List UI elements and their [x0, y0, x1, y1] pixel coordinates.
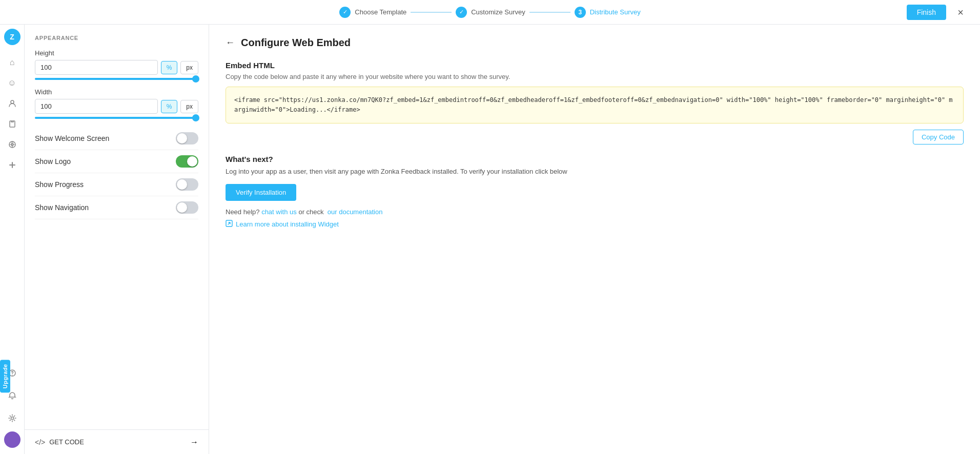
main-layout: Z ⌂ ☺ Upgrade — [0, 25, 980, 454]
learn-more-link[interactable]: Learn more about installing Widget — [226, 220, 964, 229]
get-code-arrow: → — [190, 438, 198, 447]
chat-with-us-link[interactable]: chat with us — [261, 208, 297, 216]
back-button[interactable]: ← — [226, 37, 235, 48]
height-slider-fill — [35, 78, 198, 80]
height-field-group: Height % px — [35, 49, 198, 80]
height-input[interactable] — [35, 60, 158, 75]
nav-item-home[interactable]: ⌂ — [3, 53, 22, 72]
step-check-icon-2: ✓ — [456, 7, 467, 18]
svg-point-6 — [11, 417, 13, 420]
whats-next-desc: Log into your app as a user, then visit … — [226, 167, 964, 177]
help-text: Need help? chat with us or check our doc… — [226, 208, 964, 216]
toggle-knob-navigation — [177, 202, 187, 213]
toggle-label-logo: Show Logo — [35, 157, 71, 166]
width-label: Width — [35, 88, 198, 96]
height-input-row: % px — [35, 60, 198, 75]
width-input[interactable] — [35, 99, 158, 114]
toggle-logo[interactable] — [176, 155, 198, 168]
toggle-row-progress: Show Progress — [35, 173, 198, 196]
step-check-icon-1: ✓ — [339, 7, 351, 18]
toggle-row-logo: Show Logo — [35, 150, 198, 173]
width-slider-fill — [35, 117, 198, 119]
step-num-icon-3: 3 — [575, 7, 586, 18]
toggle-progress[interactable] — [176, 178, 198, 191]
nav-item-network[interactable] — [3, 135, 22, 154]
step-line-2 — [529, 12, 570, 13]
appearance-panel: APPEARANCE Height % px Width — [25, 25, 209, 429]
toggle-welcome-screen[interactable] — [176, 132, 198, 145]
nav-item-user[interactable] — [3, 94, 22, 113]
embed-html-section: Embed HTML Copy the code below and paste… — [226, 61, 964, 145]
whats-next-section: What's next? Log into your app as a user… — [226, 155, 964, 229]
step-label-3: Distribute Survey — [590, 8, 641, 16]
toggle-row-welcome-screen: Show Welcome Screen — [35, 127, 198, 150]
copy-code-button[interactable]: Copy Code — [913, 130, 964, 145]
embed-code-box: <iframe src="https://us1.zonka.co/mn7QK0… — [226, 87, 964, 123]
nav-item-chat[interactable]: ☺ — [3, 74, 22, 92]
appearance-section-title: APPEARANCE — [35, 35, 198, 41]
code-icon: </> — [35, 438, 45, 446]
get-code-footer[interactable]: </> GET CODE → — [25, 429, 209, 454]
height-px-btn[interactable]: px — [180, 61, 198, 74]
left-panel: APPEARANCE Height % px Width — [25, 25, 209, 454]
step-choose-template: ✓ Choose Template — [339, 7, 406, 18]
width-field-group: Width % px — [35, 88, 198, 119]
height-percent-btn[interactable]: % — [161, 61, 178, 74]
nav-item-add[interactable] — [3, 156, 22, 174]
svg-point-5 — [12, 375, 13, 376]
height-label: Height — [35, 49, 198, 57]
svg-point-0 — [11, 100, 14, 104]
width-slider-track[interactable] — [35, 117, 198, 119]
step-customize-survey: ✓ Customize Survey — [456, 7, 525, 18]
app-logo[interactable]: Z — [4, 29, 21, 45]
verify-installation-button[interactable]: Verify Installation — [226, 184, 296, 201]
our-documentation-link[interactable]: our documentation — [328, 208, 383, 216]
toggle-knob-progress — [177, 179, 187, 190]
step-label-1: Choose Template — [355, 8, 406, 16]
step-label-2: Customize Survey — [471, 8, 525, 16]
close-button[interactable]: × — [957, 6, 964, 18]
help-text-prefix: Need help? — [226, 208, 260, 216]
toggle-label-navigation: Show Navigation — [35, 203, 89, 212]
toggle-knob-logo — [187, 156, 197, 167]
get-code-label: GET CODE — [49, 438, 84, 446]
wizard-steps: ✓ Choose Template ✓ Customize Survey 3 D… — [339, 7, 640, 18]
whats-next-title: What's next? — [226, 155, 964, 163]
toggle-row-navigation: Show Navigation — [35, 196, 198, 219]
step-line-1 — [411, 12, 452, 13]
get-code-left: </> GET CODE — [35, 438, 84, 446]
top-bar: ✓ Choose Template ✓ Customize Survey 3 D… — [0, 0, 980, 25]
width-percent-btn[interactable]: % — [161, 100, 178, 113]
width-slider-thumb — [192, 114, 199, 121]
width-input-row: % px — [35, 99, 198, 114]
learn-more-label: Learn more about installing Widget — [236, 220, 339, 228]
toggle-knob-welcome-screen — [177, 133, 187, 143]
right-panel: ← Configure Web Embed Embed HTML Copy th… — [209, 25, 980, 454]
height-slider-thumb — [192, 75, 199, 82]
nav-item-clipboard[interactable] — [3, 115, 22, 133]
embed-html-title: Embed HTML — [226, 61, 964, 70]
help-text-mid: or check — [298, 208, 323, 216]
page-header: ← Configure Web Embed — [226, 37, 964, 49]
finish-button[interactable]: Finish — [907, 5, 946, 20]
height-slider-track[interactable] — [35, 78, 198, 80]
page-title: Configure Web Embed — [241, 37, 351, 49]
toggle-label-progress: Show Progress — [35, 180, 84, 189]
learn-more-icon — [226, 220, 233, 229]
upgrade-button[interactable]: Upgrade — [0, 360, 10, 393]
toggle-navigation[interactable] — [176, 201, 198, 214]
step-distribute-survey: 3 Distribute Survey — [575, 7, 641, 18]
width-px-btn[interactable]: px — [180, 100, 198, 113]
user-avatar[interactable] — [4, 431, 21, 448]
sidebar-nav: Z ⌂ ☺ Upgrade — [0, 25, 25, 454]
embed-html-desc: Copy the code below and paste it any whe… — [226, 73, 964, 80]
nav-item-settings[interactable] — [3, 409, 22, 427]
toggle-label-welcome-screen: Show Welcome Screen — [35, 134, 109, 142]
